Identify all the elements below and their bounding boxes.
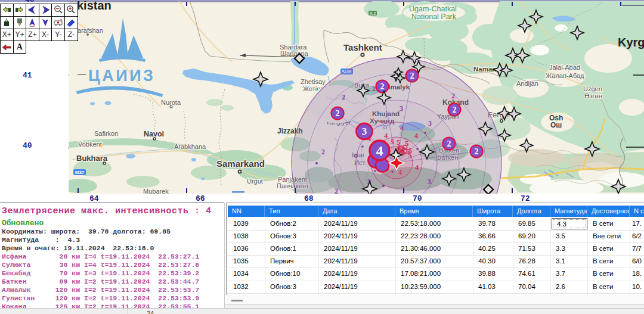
svg-text:Samarkand: Samarkand: [216, 158, 265, 169]
svg-text:arafshan: arafshan: [78, 27, 103, 34]
svg-text:3: 3: [362, 126, 367, 137]
svg-text:2: 2: [380, 82, 385, 91]
svg-text:Nurota: Nurota: [161, 99, 181, 106]
svg-text:2: 2: [372, 85, 376, 93]
svg-text:4: 4: [415, 163, 419, 172]
svg-text:Tashkent: Tashkent: [343, 42, 382, 52]
svg-text:Urgut: Urgut: [247, 178, 263, 185]
svg-text:2: 2: [451, 92, 455, 100]
svg-text:Жалап-Абад: Жалап-Абад: [546, 72, 584, 79]
svg-text:3: 3: [428, 178, 431, 186]
svg-text:2: 2: [453, 105, 457, 114]
svg-text:A-2: A-2: [370, 11, 376, 15]
svg-text:Vobkent: Vobkent: [78, 141, 102, 148]
svg-text:Navoi: Navoi: [144, 130, 164, 138]
svg-text:2: 2: [321, 148, 325, 156]
svg-text:Ош: Ош: [550, 121, 562, 129]
svg-text:3: 3: [400, 104, 403, 113]
svg-text:Zhetisay: Zhetisay: [301, 78, 326, 85]
svg-text:2: 2: [447, 139, 451, 148]
svg-text:National Park: National Park: [411, 13, 457, 21]
svg-text:4: 4: [400, 124, 404, 132]
svg-text:2: 2: [336, 109, 340, 118]
svg-text:kistan: kistan: [77, 0, 112, 12]
svg-text:M37: M37: [75, 170, 85, 175]
svg-text:Jalal-Abad: Jalal-Abad: [549, 64, 580, 71]
svg-text:Mubarek: Mubarek: [143, 188, 169, 195]
svg-text:4: 4: [376, 143, 383, 158]
svg-text:4: 4: [414, 132, 419, 140]
svg-text:Bukhara: Bukhara: [76, 154, 108, 163]
svg-text:4: 4: [398, 168, 402, 176]
svg-text:5: 5: [391, 138, 394, 146]
svg-text:Andijan: Andijan: [516, 80, 538, 87]
svg-text:3: 3: [428, 119, 432, 128]
svg-text:Arabkhana: Arabkhana: [174, 143, 206, 150]
svg-text:2: 2: [475, 147, 479, 156]
svg-text:Uzgen: Uzgen: [583, 85, 602, 92]
svg-text:4: 4: [384, 132, 388, 140]
svg-text:Шардара: Шардара: [280, 50, 309, 57]
svg-text:2: 2: [342, 93, 345, 101]
svg-text:Kyrg: Kyrg: [618, 36, 644, 49]
svg-text:2: 2: [410, 71, 414, 80]
svg-text:ЦАИИЗ: ЦАИИЗ: [88, 67, 155, 85]
svg-text:2: 2: [335, 187, 338, 195]
svg-text:Өзгөн: Өзгөн: [584, 92, 602, 100]
svg-text:Safirkon: Safirkon: [94, 130, 118, 137]
svg-text:Ugam-Chatkal: Ugam-Chatkal: [409, 5, 457, 13]
